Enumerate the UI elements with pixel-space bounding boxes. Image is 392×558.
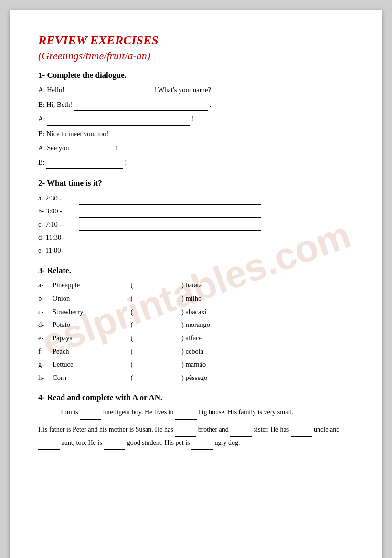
section-1-title: 1- Complete the dialogue. — [38, 71, 354, 80]
relate-label-f: f- — [38, 346, 53, 358]
para2-mid4: aunt, too. He is — [62, 439, 104, 446]
dialogue-suffix-5: ! — [116, 144, 118, 152]
time-row-a: a- 2:30 - — [38, 192, 354, 205]
relate-row-g: g- Lettuce ( ) mamão — [38, 358, 354, 370]
para2-end: ugly dog. — [215, 439, 240, 446]
blank-p1-2[interactable] — [175, 406, 197, 420]
main-title: REVIEW EXERCISES — [38, 33, 354, 48]
relate-label-b: b- — [38, 293, 53, 305]
time-blank-a[interactable] — [79, 192, 261, 205]
para2-part1: His father is Peter and his mother is Su… — [38, 426, 175, 433]
time-label-b: b- 3:00 - — [38, 205, 76, 217]
para2-mid1: brother and — [198, 426, 231, 433]
dialogue-label-1: A: Hello! — [38, 86, 66, 94]
relate-label-h: h- — [38, 372, 53, 384]
para2-mid2: sister. He has — [254, 426, 291, 433]
dialogue-label-6: B: — [38, 158, 46, 166]
relate-item-a: Pineapple — [53, 279, 110, 291]
blank-5[interactable] — [71, 142, 114, 155]
relate-row-a: a- Pineapple ( ) batata — [38, 279, 354, 291]
relate-label-e: e- — [38, 332, 53, 344]
relate-item-g: Lettuce — [53, 358, 110, 370]
blank-p2-6[interactable] — [191, 437, 213, 450]
relate-label-g: g- — [38, 358, 53, 370]
section-3: 3- Relate. a- Pineapple ( ) batata b- On… — [38, 266, 354, 383]
section-1: 1- Complete the dialogue. A: Hello! ! Wh… — [38, 71, 354, 169]
time-blank-e[interactable] — [79, 243, 261, 256]
dialogue-line-1: A: Hello! ! What's your name? — [38, 84, 354, 96]
time-row-c: c- 7:10 - — [38, 218, 354, 231]
time-row-b: b- 3:00 - — [38, 205, 354, 218]
time-blank-d[interactable] — [79, 231, 261, 243]
time-label-e: e- 11:00- — [38, 244, 76, 256]
relate-item-c: Strawberry — [53, 306, 110, 318]
section-3-title: 3- Relate. — [38, 266, 354, 275]
relate-item-e: Papaya — [53, 332, 110, 344]
relate-item-h: Corn — [53, 372, 110, 384]
relate-label-c: c- — [38, 306, 53, 318]
dialogue-label-2: B: Hi, Beth! — [38, 101, 74, 108]
blank-2[interactable] — [74, 99, 208, 111]
relate-item-d: Potato — [53, 319, 110, 331]
time-row-d: d- 11:30- — [38, 231, 354, 243]
dialogue-suffix-1: ! What's your name? — [154, 86, 211, 94]
time-blank-c[interactable] — [79, 218, 261, 231]
para1-mid1: intelligent boy. He lives in — [103, 409, 176, 416]
dialogue-suffix-2: . — [210, 101, 212, 108]
section-2: 2- What time is it? a- 2:30 - b- 3:00 - … — [38, 179, 354, 256]
time-label-a: a- 2:30 - — [38, 192, 76, 204]
relate-row-f: f- Peach ( ) cebola — [38, 346, 354, 358]
relate-row-c: c- Strawberry ( ) abacaxi — [38, 306, 354, 318]
para2-mid5: good student. His pet is — [127, 439, 191, 446]
dialogue-label-3: A: — [38, 115, 47, 123]
blank-p2-1[interactable] — [175, 423, 196, 437]
dialogue-line-4: B: Nice to meet you, too! — [38, 128, 354, 140]
dialogue-line-6: B: ! — [38, 157, 354, 169]
paragraph-2: His father is Peter and his mother is Su… — [38, 423, 354, 450]
para1-prefix: Tom is — [38, 409, 80, 416]
dialogue-suffix-6: ! — [125, 158, 127, 166]
blank-6[interactable] — [46, 157, 123, 169]
relate-label-a: a- — [38, 279, 53, 291]
blank-p2-2[interactable] — [230, 423, 252, 437]
dialogue-line-5: A: See you ! — [38, 142, 354, 155]
dialogue-suffix-3: ! — [192, 115, 194, 123]
relate-grid: a- Pineapple ( ) batata b- Onion ( ) mil… — [38, 279, 354, 383]
relate-row-b: b- Onion ( ) milho — [38, 293, 354, 305]
time-label-d: d- 11:30- — [38, 231, 76, 243]
blank-p1-1[interactable] — [80, 406, 101, 420]
para2-mid3: uncle and — [314, 426, 339, 433]
content-area: REVIEW EXERCISES (Greetings/time/fruit/a… — [38, 33, 354, 450]
paragraph-1: Tom is intelligent boy. He lives in big … — [38, 406, 354, 420]
section-2-title: 2- What time is it? — [38, 179, 354, 188]
time-label-c: c- 7:10 - — [38, 218, 76, 231]
blank-3[interactable] — [47, 113, 190, 126]
blank-p2-4[interactable] — [38, 437, 60, 450]
section-4: 4- Read and complete with A or AN. Tom i… — [38, 393, 354, 450]
dialogue-label-5: A: See you — [38, 144, 71, 152]
sub-title: (Greetings/time/fruit/a-an) — [38, 50, 354, 62]
relate-row-e: e- Papaya ( ) alface — [38, 332, 354, 344]
relate-row-h: h- Corn ( ) pêssego — [38, 372, 354, 384]
relate-item-b: Onion — [53, 293, 110, 305]
time-blank-b[interactable] — [79, 205, 261, 218]
relate-item-f: Peach — [53, 346, 110, 358]
blank-p2-5[interactable] — [104, 437, 125, 450]
dialogue-line-3: A: ! — [38, 113, 354, 126]
para1-mid2: big house. His family is very small. — [199, 409, 294, 416]
relate-row-d: d- Potato ( ) morango — [38, 319, 354, 331]
relate-label-d: d- — [38, 319, 53, 331]
blank-p2-3[interactable] — [291, 423, 312, 437]
blank-1[interactable] — [66, 84, 152, 96]
page: eslprintables.com REVIEW EXERCISES (Gree… — [10, 10, 382, 558]
dialogue-line-2: B: Hi, Beth! . — [38, 99, 354, 111]
section-4-title: 4- Read and complete with A or AN. — [38, 393, 354, 402]
dialogue-label-4: B: Nice to meet you, too! — [38, 130, 108, 137]
time-row-e: e- 11:00- — [38, 243, 354, 256]
